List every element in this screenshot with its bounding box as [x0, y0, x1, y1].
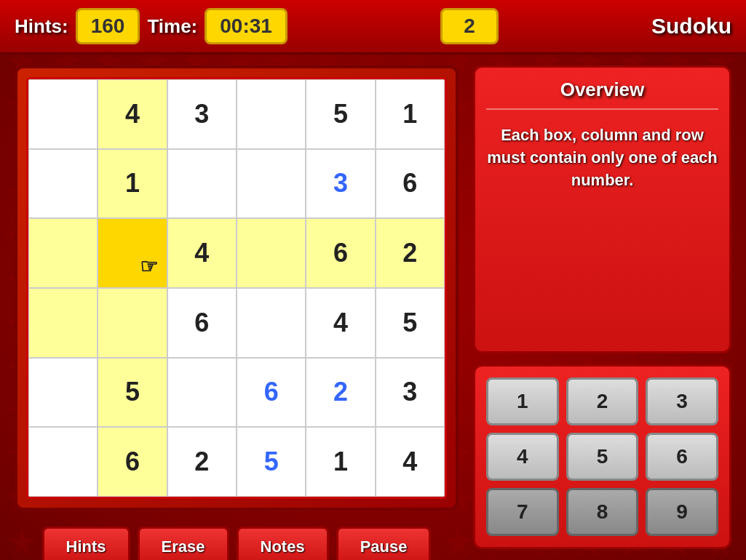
time-value: 00:31 [205, 8, 287, 44]
hints-value: 160 [76, 8, 140, 44]
cell-r2-c2[interactable]: 4 [167, 218, 237, 288]
overview-text: Each box, column and row must contain on… [486, 124, 718, 191]
game-title: Sudoku [651, 14, 731, 39]
cell-r0-c5[interactable]: 1 [376, 79, 445, 149]
num-btn-4[interactable]: 4 [486, 433, 559, 481]
overview-card: Overview Each box, column and row must c… [473, 65, 731, 353]
cell-r2-c3[interactable] [237, 218, 306, 288]
num-btn-5[interactable]: 5 [566, 433, 639, 481]
cell-r0-c1[interactable]: 4 [98, 79, 167, 149]
num-btn-6[interactable]: 6 [646, 433, 718, 481]
num-btn-2[interactable]: 2 [566, 377, 639, 425]
cell-r4-c3[interactable]: 6 [237, 358, 306, 428]
cell-r5-c0[interactable] [28, 427, 98, 497]
num-btn-7[interactable]: 7 [486, 488, 559, 536]
cell-r4-c2[interactable] [167, 358, 237, 428]
sudoku-board[interactable]: 4351136☞462645562362514 [26, 77, 447, 499]
cell-r5-c1[interactable]: 6 [98, 427, 167, 497]
numpad-grid: 123456789 [486, 377, 718, 536]
cell-r2-c5[interactable]: 2 [376, 218, 445, 288]
overview-title: Overview [486, 79, 718, 110]
cell-r2-c1[interactable]: ☞ [98, 218, 167, 288]
bottom-buttons: Hints Erase Notes Pause [15, 527, 459, 560]
cell-r4-c5[interactable]: 3 [376, 358, 445, 428]
cell-r0-c4[interactable]: 5 [306, 79, 375, 149]
cell-r5-c2[interactable]: 2 [167, 427, 237, 497]
cell-r1-c1[interactable]: 1 [98, 149, 167, 219]
num-btn-3[interactable]: 3 [646, 377, 718, 425]
cell-r3-c2[interactable]: 6 [167, 288, 237, 358]
badge-value: 2 [440, 8, 499, 44]
cursor-icon: ☞ [140, 255, 158, 279]
numpad-card: 123456789 [473, 364, 731, 549]
cell-r1-c2[interactable] [167, 149, 237, 219]
right-panel: Overview Each box, column and row must c… [473, 65, 731, 549]
cell-r2-c0[interactable] [28, 218, 98, 288]
cell-r2-c4[interactable]: 6 [306, 218, 375, 288]
pause-button[interactable]: Pause [336, 527, 432, 560]
cell-r3-c4[interactable]: 4 [306, 288, 375, 358]
cell-r3-c5[interactable]: 5 [376, 288, 445, 358]
cell-r1-c5[interactable]: 6 [376, 149, 445, 219]
cell-r0-c2[interactable]: 3 [167, 79, 237, 149]
num-btn-1[interactable]: 1 [486, 377, 559, 425]
cell-r5-c3[interactable]: 5 [237, 427, 306, 497]
time-label: Time: [147, 15, 197, 38]
cell-r4-c0[interactable] [28, 358, 98, 428]
main-area: 4351136☞462645562362514 Hints Erase Note… [0, 55, 746, 560]
notes-button[interactable]: Notes [237, 527, 329, 560]
header: Hints: 160 Time: 00:31 2 Sudoku [0, 0, 746, 55]
cell-r4-c4[interactable]: 2 [306, 358, 375, 428]
num-btn-9[interactable]: 9 [646, 488, 718, 536]
hints-button[interactable]: Hints [42, 527, 130, 560]
cell-r0-c0[interactable] [28, 79, 98, 149]
cell-r3-c0[interactable] [28, 288, 98, 358]
cell-r1-c3[interactable] [237, 149, 306, 219]
hints-label: Hints: [15, 15, 68, 38]
num-btn-8[interactable]: 8 [566, 488, 639, 536]
cell-r3-c1[interactable] [98, 288, 167, 358]
cell-r5-c4[interactable]: 1 [306, 427, 375, 497]
cell-r1-c0[interactable] [28, 149, 98, 219]
cell-r1-c4[interactable]: 3 [306, 149, 375, 219]
erase-button[interactable]: Erase [138, 527, 229, 560]
cell-r4-c1[interactable]: 5 [98, 358, 167, 428]
cell-r0-c3[interactable] [237, 79, 306, 149]
cell-r3-c3[interactable] [237, 288, 306, 358]
cell-r5-c5[interactable]: 4 [376, 427, 445, 497]
board-container: 4351136☞462645562362514 [15, 65, 459, 511]
